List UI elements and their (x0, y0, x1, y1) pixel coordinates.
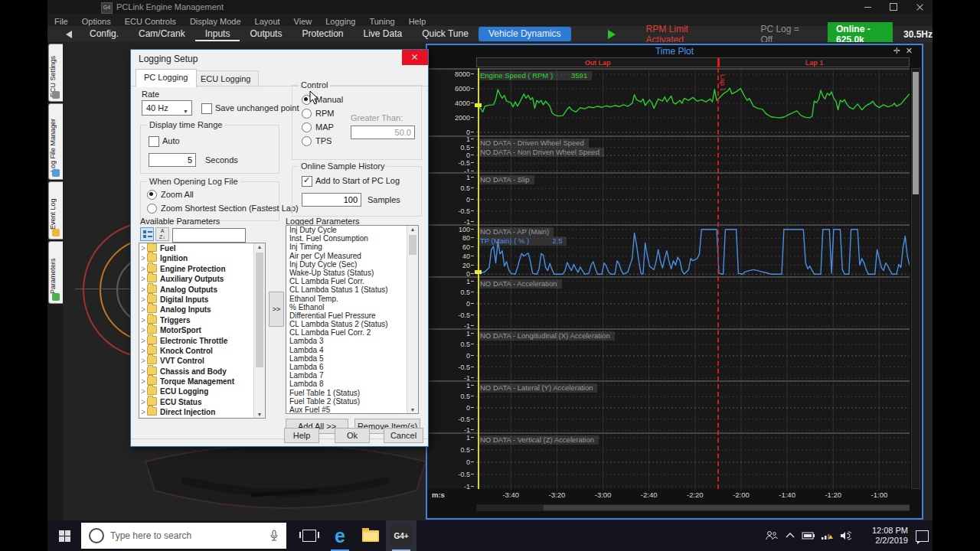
taskbar-search[interactable]: Type here to search (81, 523, 286, 549)
zoom-shortest-radio[interactable] (147, 204, 157, 214)
zoom-all-radio[interactable] (147, 190, 157, 200)
logged-item-cl-lambda-fuel-corr-2[interactable]: CL Lambda Fuel Corr. 2 (286, 328, 418, 337)
tab-ecu-logging[interactable]: ECU Logging (192, 70, 259, 87)
tree-item-electronic-throttle[interactable]: >Electronic Throttle (139, 336, 265, 346)
tree-item-motorsport[interactable]: >MotorSport (139, 325, 265, 335)
help-button[interactable]: Help (284, 428, 319, 443)
move-selected-button[interactable]: >> (269, 292, 284, 327)
horizontal-scrollbar[interactable] (476, 504, 910, 511)
clock[interactable]: 12:08 PM 2/2/2019 (861, 526, 908, 546)
parameter-search-input[interactable] (172, 228, 246, 243)
logged-item-lambda-8[interactable]: Lambda 8 (286, 380, 418, 388)
tree-item-torque-management[interactable]: >Torque Management (139, 377, 265, 386)
vertical-scrollbar-thumb[interactable] (913, 72, 919, 194)
logged-item-lambda-5[interactable]: Lambda 5 (286, 354, 418, 363)
pclink-g4-button[interactable]: G4+ (386, 520, 416, 551)
logged-item-air-per-cyl-measured[interactable]: Air per Cyl Measured (286, 252, 418, 260)
tab-cam-crank[interactable]: Cam/Crank (129, 27, 195, 41)
tree-item-auxiliary-outputs[interactable]: >Auxiliary Outputs (139, 274, 265, 284)
scroll-down-icon[interactable]: ▼ (407, 407, 418, 412)
expand-arrow-icon[interactable]: > (139, 336, 147, 346)
add-to-start-checkbox[interactable] (302, 176, 312, 187)
logged-item-fuel-table-2-status[interactable]: Fuel Table 2 (Status) (286, 397, 418, 406)
file-explorer-button[interactable] (355, 520, 386, 551)
tree-item-vvt-control[interactable]: >VVT Control (139, 356, 265, 366)
logged-item-inst-fuel-consumption[interactable]: Inst. Fuel Consumption (286, 234, 418, 243)
scroll-up-icon[interactable]: ▲ (254, 244, 265, 249)
sidebar-tab-event-log[interactable]: Event Log (48, 181, 64, 240)
move-panel-icon[interactable]: ✛ (893, 46, 900, 56)
tab-vehicle-dynamics[interactable]: Vehicle Dynamics (479, 27, 571, 41)
tree-item-knock-control[interactable]: >Knock Control (139, 346, 265, 356)
action-center-button[interactable] (914, 520, 933, 551)
tree-item-analog-inputs[interactable]: >Analog Inputs (139, 305, 265, 315)
dialog-close-button[interactable] (402, 50, 428, 65)
logged-item-wake-up-status-status[interactable]: Wake-Up Status (Status) (286, 269, 418, 277)
logged-item-ethanol-temp[interactable]: Ethanol Temp. (286, 295, 418, 303)
expand-arrow-icon[interactable]: > (139, 325, 147, 335)
save-unchanged-checkbox[interactable] (201, 103, 212, 114)
expand-arrow-icon[interactable]: > (139, 295, 147, 305)
logged-item-differential-fuel-pressure[interactable]: Differential Fuel Pressure (286, 311, 418, 320)
expand-arrow-icon[interactable]: > (139, 315, 147, 325)
expand-arrow-icon[interactable]: > (139, 407, 147, 417)
expand-arrow-icon[interactable]: > (139, 377, 147, 386)
back-arrow-icon[interactable] (66, 31, 72, 38)
close-button[interactable] (906, 0, 933, 14)
tree-item-ecu-status[interactable]: >ECU Status (139, 397, 265, 407)
people-button[interactable] (763, 520, 781, 551)
tree-item-direct-injection[interactable]: >Direct Injection (139, 407, 265, 417)
rate-dropdown[interactable]: 40 Hz▼ (142, 100, 192, 116)
logged-item-lambda-6[interactable]: Lambda 6 (286, 363, 418, 371)
sidebar-tab-ecu-settings[interactable]: ECU Settings (48, 44, 64, 102)
vertical-scrollbar[interactable] (911, 68, 920, 489)
sidebar-tab-parameters[interactable]: Parameters (48, 241, 64, 304)
start-button[interactable] (47, 520, 81, 551)
control-tps-radio[interactable] (302, 136, 312, 146)
tab-outputs[interactable]: Outputs (240, 27, 292, 41)
expand-arrow-icon[interactable]: > (139, 356, 147, 366)
expand-arrow-icon[interactable]: > (139, 264, 147, 274)
task-view-button[interactable] (294, 520, 325, 551)
tray-expand-button[interactable] (781, 520, 799, 551)
edge-button[interactable]: e (325, 520, 355, 551)
cancel-button[interactable]: Cancel (384, 428, 423, 443)
network-button[interactable] (818, 520, 836, 551)
expand-arrow-icon[interactable]: > (139, 305, 147, 315)
restore-button[interactable] (880, 0, 906, 14)
expand-arrow-icon[interactable]: > (139, 367, 147, 377)
control-map-radio[interactable] (302, 122, 312, 132)
logged-item-lambda-4[interactable]: Lambda 4 (286, 346, 418, 354)
logged-item-inj-duty-cycle-sec[interactable]: Inj Duty Cycle (Sec) (286, 260, 418, 269)
tab-quick-tune[interactable]: Quick Tune (412, 27, 479, 41)
logged-item-cl-lambda-fuel-corr[interactable]: CL Lambda Fuel Corr. (286, 277, 418, 285)
tab-inputs[interactable]: Inputs (195, 27, 240, 41)
minimize-button[interactable] (854, 0, 880, 14)
tree-item-digital-inputs[interactable]: >Digital Inputs (139, 295, 265, 305)
seconds-input[interactable] (149, 153, 196, 167)
logged-parameters-list[interactable]: Inj Duty CycleInst. Fuel ConsumptionInj … (286, 225, 419, 414)
logged-item-inj-duty-cycle[interactable]: Inj Duty Cycle (286, 226, 418, 234)
tree-item-engine-protection[interactable]: >Engine Protection (139, 264, 265, 274)
tree-item-ecu-logging[interactable]: >ECU Logging (139, 386, 265, 396)
control-rpm-radio[interactable] (302, 109, 312, 119)
logged-item-lambda-3[interactable]: Lambda 3 (286, 337, 418, 345)
expand-arrow-icon[interactable]: > (139, 285, 147, 295)
volume-button[interactable] (836, 520, 854, 551)
logged-scrollbar[interactable]: ▲ ▼ (407, 226, 418, 413)
greater-than-input[interactable] (351, 126, 415, 139)
scroll-down-icon[interactable]: ▼ (254, 412, 265, 417)
tab-pc-logging[interactable]: PC Logging (136, 69, 197, 87)
horizontal-scrollbar-thumb[interactable] (544, 505, 910, 510)
logged-item-aux-fuel-5[interactable]: Aux Fuel #5 (286, 406, 418, 414)
sort-az-button[interactable]: AZ↓ (155, 227, 169, 241)
microphone-icon[interactable] (270, 530, 279, 542)
tab-live-data[interactable]: Live Data (353, 27, 412, 41)
expand-arrow-icon[interactable]: > (139, 243, 147, 253)
ok-button[interactable]: Ok (335, 428, 370, 443)
tree-item-fuel[interactable]: >Fuel (139, 243, 265, 253)
tree-scrollbar[interactable]: ▲ ▼ (253, 243, 265, 418)
tree-item-chassis-and-body[interactable]: >Chassis and Body (139, 367, 265, 377)
logged-item-cl-lambda-status-2-status[interactable]: CL Lambda Status 2 (Status) (286, 320, 418, 328)
tree-item-triggers[interactable]: >Triggers (139, 315, 265, 325)
